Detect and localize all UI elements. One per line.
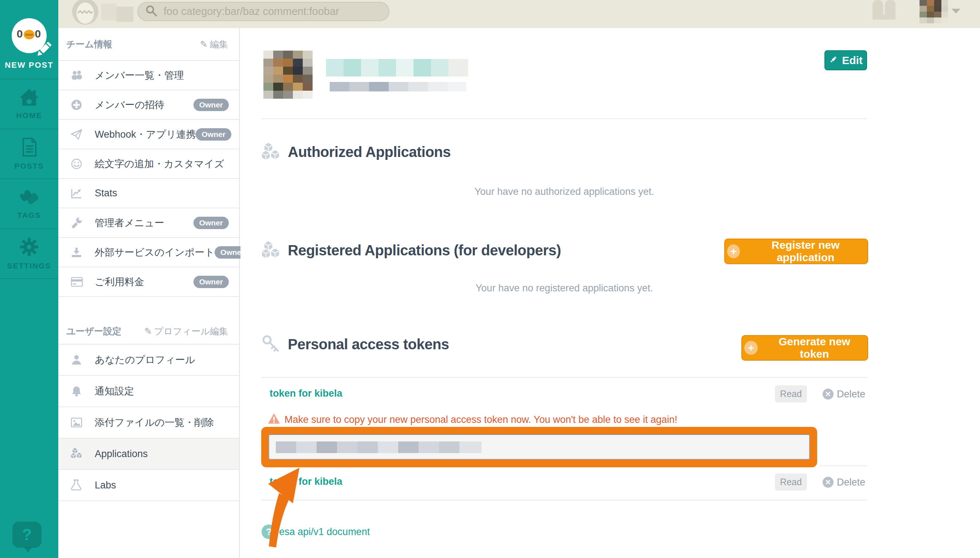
edit-profile-button[interactable]: Edit [824, 50, 867, 70]
warning-triangle-icon [268, 413, 280, 427]
cubes-icon [71, 447, 84, 460]
team-edit-link[interactable]: ✎編集 [200, 38, 228, 50]
menu-item-attachments[interactable]: 添付ファイルの一覧・削除 [58, 407, 239, 438]
cubes-icon [262, 241, 281, 262]
plus-icon: + [727, 245, 740, 258]
key-icon [262, 335, 281, 355]
menu-gap [58, 297, 239, 319]
sidebar-item-label: HOME [16, 111, 42, 120]
help-label: ? [22, 525, 32, 544]
registered-applications-title: Registered Applications (for developers) [288, 242, 561, 259]
home-icon [19, 88, 39, 108]
new-post-button[interactable]: 0 0 NEW POST [0, 0, 58, 79]
menu-item-notifications[interactable]: 通知設定 [58, 376, 239, 407]
menu-item-profile[interactable]: あなたのプロフィール [58, 345, 239, 376]
api-doc-link[interactable]: ? esa api/v1 document [262, 525, 370, 539]
menu-item-applications[interactable]: Applications [58, 438, 239, 470]
x-circle-icon: ✕ [822, 477, 834, 488]
redacted-team-name [101, 4, 117, 20]
divider [262, 118, 867, 119]
personal-access-tokens-title: Personal access tokens [288, 336, 449, 353]
token-name-link[interactable]: token for kibela [269, 476, 343, 487]
menu-item-emoji[interactable]: 絵文字の追加・カスタマイズ [58, 149, 239, 179]
delete-token-button[interactable]: ✕ Delete [822, 476, 865, 488]
sidebar-item-label: SETTINGS [7, 261, 51, 270]
help-button[interactable]: ? [12, 522, 41, 548]
team-logo-icon[interactable] [71, 0, 99, 26]
menu-item-webhook[interactable]: Webhook・アプリ連携 Owner [58, 120, 239, 149]
redacted-profile-subtitle [330, 82, 466, 93]
sidebar-item-label: POSTS [14, 162, 44, 171]
esa-settings-page: 0 0 NEW POST [0, 0, 980, 558]
sidebar-item-settings[interactable]: SETTINGS [0, 229, 58, 279]
menu-item-stats[interactable]: Stats [58, 179, 239, 208]
owner-badge: Owner [195, 128, 231, 141]
main-content: Edit Authorized Applications Your have n… [240, 28, 980, 558]
pencil-icon: ✎ [200, 39, 208, 49]
token-scope-badge: Read [775, 474, 807, 491]
user-avatar[interactable] [919, 0, 948, 25]
paper-plane-icon [71, 128, 84, 141]
sidebar-item-home[interactable]: HOME [0, 79, 58, 129]
token-highlight-box [261, 427, 817, 467]
delete-token-button[interactable]: ✕ Delete [822, 388, 865, 400]
section-title: チーム情報 [66, 38, 200, 50]
redacted-profile-name [326, 59, 468, 78]
cubes-icon [262, 143, 281, 164]
authorized-applications-title: Authorized Applications [288, 144, 451, 160]
token-value-field[interactable] [269, 434, 810, 460]
section-title: ユーザー設定 [66, 325, 144, 337]
owner-badge: Owner [194, 99, 229, 111]
sidebar-item-tags[interactable]: TAGS [0, 179, 58, 229]
new-post-label: NEW POST [0, 61, 58, 70]
chevron-down-icon[interactable] [952, 9, 960, 13]
profile-edit-link[interactable]: ✎プロフィール編集 [144, 325, 228, 337]
help-circle-icon: ? [262, 525, 276, 539]
esa-beak-icon [24, 30, 34, 39]
import-icon [71, 246, 84, 259]
generate-new-token-button[interactable]: + Generate new token [741, 335, 868, 361]
divider [262, 377, 867, 378]
credit-card-icon [71, 275, 84, 289]
image-icon [71, 416, 84, 429]
sidebar-item-posts[interactable]: POSTS [0, 129, 58, 179]
menu-item-admin[interactable]: 管理者メニュー Owner [58, 208, 239, 238]
menu-item-labs[interactable]: Labs [58, 470, 239, 501]
token-copy-warning: Make sure to copy your new personal acce… [268, 413, 677, 427]
profile-avatar [263, 51, 313, 100]
token-name-link[interactable]: token for kibela [269, 388, 343, 399]
registered-empty-message: Your have no registered applications yet… [262, 283, 867, 294]
menu-section-user: ユーザー設定 ✎プロフィール編集 [58, 319, 239, 345]
search-icon [145, 5, 158, 18]
menu-section-team: チーム情報 ✎編集 [58, 28, 239, 61]
pencil-icon [829, 54, 837, 67]
search-bar [137, 2, 389, 21]
divider [262, 500, 867, 501]
register-new-application-button[interactable]: + Register new application [724, 239, 868, 264]
top-bar [58, 0, 980, 28]
bell-icon [71, 385, 84, 398]
redacted-token-value [276, 441, 482, 455]
owner-badge: Owner [194, 217, 229, 229]
tags-icon [19, 188, 39, 208]
owner-badge: Owner [194, 276, 229, 288]
menu-item-import[interactable]: 外部サービスのインポート Owner [58, 238, 239, 268]
authorized-empty-message: Your have no authorized applications yet… [262, 186, 867, 197]
menu-item-invite[interactable]: メンバーの招待 Owner [58, 90, 239, 120]
plus-icon: + [744, 341, 758, 355]
x-circle-icon: ✕ [822, 389, 834, 400]
redacted-team-name [117, 7, 133, 22]
menu-item-billing[interactable]: ご利用料金 Owner [58, 268, 239, 297]
plus-circle-icon [71, 98, 84, 112]
flask-icon [71, 479, 84, 492]
token-scope-badge: Read [775, 386, 807, 402]
smiley-icon [71, 158, 84, 171]
menu-item-members[interactable]: メンバー一覧・管理 [58, 61, 239, 90]
primary-sidebar: 0 0 NEW POST [0, 0, 58, 558]
docs-book-icon[interactable] [873, 0, 896, 21]
gear-icon [19, 237, 39, 258]
people-icon [71, 69, 84, 82]
search-input[interactable] [163, 5, 381, 18]
pencil-icon [33, 39, 54, 61]
settings-menu: チーム情報 ✎編集 メンバー一覧・管理 メンバーの招待 Owner Webhoo… [58, 28, 240, 558]
